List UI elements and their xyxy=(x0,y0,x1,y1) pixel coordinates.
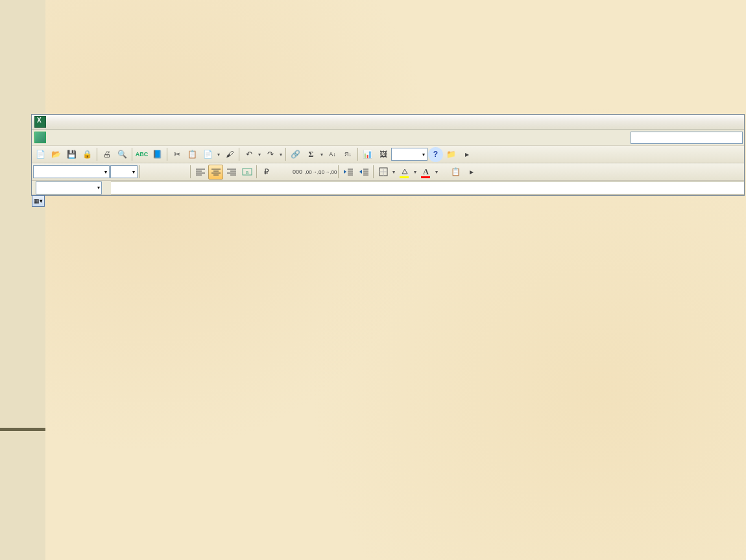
slide-sidebar-top xyxy=(0,0,45,428)
font-color-dropdown[interactable]: ▾ xyxy=(434,169,439,175)
svg-text:a: a xyxy=(245,169,248,175)
paste-button[interactable]: 📄 xyxy=(200,147,215,162)
menu-data[interactable] xyxy=(104,135,114,139)
menu-window[interactable] xyxy=(114,135,123,139)
permissions-button[interactable]: 🔒 xyxy=(80,147,95,162)
formula-input[interactable] xyxy=(111,181,744,194)
autosum-dropdown[interactable]: ▾ xyxy=(319,152,324,158)
chevron-down-icon: ▾ xyxy=(104,169,107,175)
format-painter-button[interactable]: 🖌 xyxy=(222,147,237,162)
zoom-select[interactable]: ▾ xyxy=(391,148,427,161)
toolbar-separator xyxy=(285,148,286,161)
toolbar-separator xyxy=(239,148,239,161)
menu-help[interactable] xyxy=(123,135,132,139)
align-right-button[interactable] xyxy=(224,165,239,180)
comma-button[interactable]: 000 xyxy=(290,165,305,180)
borders-dropdown[interactable]: ▾ xyxy=(391,169,396,175)
borders-button[interactable] xyxy=(376,165,391,180)
align-left-button[interactable] xyxy=(193,165,208,180)
redo-dropdown[interactable]: ▾ xyxy=(278,152,283,158)
fill-color-button[interactable] xyxy=(397,165,412,180)
menu-file[interactable] xyxy=(50,135,59,139)
autoformat-button[interactable] xyxy=(440,170,448,173)
bold-button[interactable] xyxy=(142,165,157,180)
workbook-icon xyxy=(34,132,46,143)
percent-button[interactable] xyxy=(274,165,289,180)
chevron-down-icon: ▾ xyxy=(97,185,100,191)
chart-wizard-button[interactable]: 📊 xyxy=(360,147,375,162)
save-button[interactable]: 💾 xyxy=(64,147,79,162)
menu-tools[interactable] xyxy=(95,135,104,139)
align-center-button[interactable] xyxy=(208,165,223,180)
menu-edit[interactable] xyxy=(59,135,68,139)
excel-app-icon xyxy=(34,116,46,128)
font-size-select[interactable]: ▾ xyxy=(110,165,138,178)
toolbar-more-button[interactable]: ▸ xyxy=(464,165,479,180)
toolbar-separator xyxy=(97,148,97,161)
formula-bar: ▾ xyxy=(32,181,744,195)
italic-button[interactable] xyxy=(158,165,173,180)
toolbar-separator xyxy=(256,165,257,178)
excel-window: 📄 📂 💾 🔒 🖨 🔍 ABC 📘 ✂ 📋 📄 ▾ 🖌 ↶ ▾ ↷ ▾ 🔗 Σ … xyxy=(31,114,745,196)
slide-sidebar-bottom xyxy=(0,431,45,560)
fill-color-swatch xyxy=(400,176,409,178)
toolbar-options-button[interactable]: ▸ xyxy=(459,147,474,162)
undo-dropdown[interactable]: ▾ xyxy=(257,152,262,158)
increase-decimal-button[interactable]: ,00→,0 xyxy=(306,165,320,180)
toolbar-separator xyxy=(338,165,339,178)
toolbar-separator xyxy=(132,148,132,161)
underline-button[interactable] xyxy=(173,165,188,180)
autofill-options-button[interactable]: ▦▾ xyxy=(32,195,45,207)
help-button[interactable]: ? xyxy=(428,147,443,162)
menu-view[interactable] xyxy=(68,135,77,139)
sort-asc-button[interactable]: А↓ xyxy=(325,147,340,162)
toolbar-separator xyxy=(373,165,374,178)
fill-color-dropdown[interactable]: ▾ xyxy=(413,169,418,175)
chevron-down-icon: ▾ xyxy=(422,152,425,158)
font-name-select[interactable]: ▾ xyxy=(33,165,110,178)
toolbar-options-button[interactable]: 📋 xyxy=(448,165,463,180)
menu-bar xyxy=(32,130,744,146)
sort-desc-button[interactable]: Я↓ xyxy=(341,147,355,162)
copy-button[interactable]: 📋 xyxy=(185,147,200,162)
increase-indent-button[interactable] xyxy=(356,165,371,180)
print-preview-button[interactable]: 🔍 xyxy=(115,147,130,162)
decrease-decimal-button[interactable]: ,0→,00 xyxy=(321,165,336,180)
paste-dropdown[interactable]: ▾ xyxy=(216,152,221,158)
chevron-down-icon: ▾ xyxy=(132,169,135,175)
decrease-indent-button[interactable] xyxy=(341,165,355,180)
help-search-input[interactable] xyxy=(631,132,743,144)
formatting-toolbar: ▾ ▾ a ₽ 000 ,00→,0 ,0→,00 xyxy=(32,163,744,181)
print-button[interactable]: 🖨 xyxy=(99,147,114,162)
folder-button[interactable]: 📁 xyxy=(444,147,459,162)
autosum-button[interactable]: Σ xyxy=(304,147,319,162)
toolbar-separator xyxy=(357,148,358,161)
font-color-swatch xyxy=(421,176,430,178)
name-box[interactable]: ▾ xyxy=(36,181,102,194)
cut-button[interactable]: ✂ xyxy=(169,147,184,162)
open-button[interactable]: 📂 xyxy=(49,147,64,162)
toolbar-separator xyxy=(167,148,167,161)
menu-format[interactable] xyxy=(86,135,95,139)
merge-center-button[interactable]: a xyxy=(239,165,254,180)
new-button[interactable]: 📄 xyxy=(33,147,48,162)
toolbar-separator xyxy=(139,165,140,178)
title-bar xyxy=(32,115,744,130)
menu-insert[interactable] xyxy=(77,135,86,139)
undo-button[interactable]: ↶ xyxy=(241,147,256,162)
spellcheck-button[interactable]: ABC xyxy=(134,147,149,162)
hyperlink-button[interactable]: 🔗 xyxy=(288,147,303,162)
redo-button[interactable]: ↷ xyxy=(263,147,278,162)
research-button[interactable]: 📘 xyxy=(150,147,165,162)
standard-toolbar: 📄 📂 💾 🔒 🖨 🔍 ABC 📘 ✂ 📋 📄 ▾ 🖌 ↶ ▾ ↷ ▾ 🔗 Σ … xyxy=(32,146,744,163)
drawing-button[interactable]: 🖼 xyxy=(376,147,391,162)
toolbar-separator xyxy=(190,165,191,178)
currency-button[interactable]: ₽ xyxy=(259,165,274,180)
font-color-button[interactable]: A xyxy=(418,165,433,180)
